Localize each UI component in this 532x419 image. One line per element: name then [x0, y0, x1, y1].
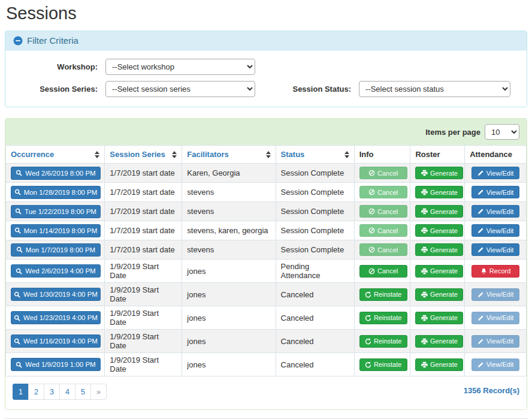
- facilitators-cell: stevens: [182, 240, 276, 260]
- table-row: Wed 2/6/2019 8:00 PM1/7/2019 start dateK…: [6, 164, 527, 183]
- print-icon: [421, 189, 428, 195]
- status-cell: Session Complete: [276, 202, 354, 221]
- occurrence-button[interactable]: Wed 1/23/2019 4:00 PM: [11, 311, 101, 324]
- collapse-minus-icon: [13, 36, 23, 46]
- view-edit-button[interactable]: View/Edit: [471, 186, 519, 198]
- search-icon: [14, 227, 21, 234]
- button-label: View/Edit: [486, 170, 514, 177]
- reinstate-button[interactable]: Reinstate: [359, 288, 407, 301]
- filter-row-series-status: Session Series: --Select session series …: [14, 81, 518, 97]
- generate-button[interactable]: Generate: [415, 186, 463, 198]
- occurrence-button[interactable]: Mon 1/14/2019 8:00 PM: [11, 224, 101, 237]
- occurrence-button[interactable]: Wed 2/6/2019 8:00 PM: [11, 167, 101, 180]
- status-cell: Session Complete: [276, 183, 354, 202]
- generate-button[interactable]: Generate: [415, 288, 463, 301]
- reinstate-button[interactable]: Reinstate: [359, 312, 407, 324]
- generate-button[interactable]: Generate: [415, 265, 463, 278]
- view-edit-button[interactable]: View/Edit: [471, 243, 519, 256]
- search-icon: [16, 170, 22, 176]
- column-header-occurrence[interactable]: Occurrence: [6, 146, 105, 164]
- page-2-button[interactable]: 2: [28, 384, 44, 400]
- roster-cell: Generate: [410, 353, 465, 376]
- ban-icon: [368, 189, 375, 195]
- column-header-session-series[interactable]: Session Series: [105, 146, 182, 164]
- record-button[interactable]: Record: [471, 265, 519, 278]
- occurrence-button[interactable]: Wed 2/6/2019 4:00 PM: [11, 264, 101, 278]
- roster-cell: Generate: [410, 202, 465, 221]
- occurrence-cell: Mon 1/7/2019 8:00 PM: [6, 240, 105, 260]
- session-series-cell: 1/9/2019 Start Date: [105, 330, 182, 353]
- page-5-button[interactable]: 5: [75, 384, 91, 400]
- page-1-button[interactable]: 1: [13, 384, 29, 400]
- facilitators-cell: Karen, Georgia: [182, 164, 276, 183]
- info-cell: Cancel: [354, 221, 410, 240]
- button-label: Reinstate: [374, 314, 401, 321]
- session-series-cell: 1/7/2019 start date: [105, 221, 182, 240]
- generate-button[interactable]: Generate: [415, 312, 463, 324]
- column-label: Status: [281, 150, 305, 159]
- cancel-button[interactable]: Cancel: [359, 265, 407, 278]
- column-header-status[interactable]: Status: [276, 146, 354, 164]
- occurrence-button[interactable]: Mon 1/28/2019 8:00 PM: [11, 186, 101, 199]
- view-edit-button[interactable]: View/Edit: [471, 167, 519, 179]
- button-label: Generate: [430, 208, 458, 215]
- occurrence-button[interactable]: Wed 1/16/2019 4:00 PM: [11, 334, 101, 348]
- workshop-select[interactable]: --Select workshop: [105, 59, 255, 75]
- facilitators-cell: jones: [182, 353, 276, 376]
- occurrence-label: Wed 1/23/2019 4:00 PM: [23, 314, 98, 321]
- occurrence-cell: Wed 1/9/2019 1:00 PM: [6, 353, 105, 376]
- button-label: Cancel: [377, 170, 398, 177]
- generate-button[interactable]: Generate: [415, 167, 463, 179]
- page: Sessions Filter Criteria Workshop: --Sel…: [0, 0, 532, 419]
- page-next-button[interactable]: »: [90, 384, 107, 400]
- undo-icon: [365, 291, 371, 298]
- occurrence-label: Wed 2/6/2019 4:00 PM: [25, 267, 95, 275]
- session-series-select[interactable]: --Select session series: [105, 81, 255, 97]
- facilitators-cell: stevens, karen, georgia: [182, 221, 276, 240]
- filter-criteria-label: Filter Criteria: [27, 35, 78, 46]
- info-cell: Reinstate: [354, 330, 410, 353]
- info-cell: Cancel: [354, 164, 410, 183]
- column-label: Roster: [415, 150, 440, 159]
- facilitators-cell: jones: [182, 283, 276, 306]
- view-edit-button[interactable]: View/Edit: [471, 205, 519, 218]
- attendance-cell: View/Edit: [465, 202, 527, 221]
- session-status-select[interactable]: --Select session status: [359, 81, 510, 97]
- view-edit-button[interactable]: View/Edit: [471, 224, 519, 237]
- page-4-button[interactable]: 4: [59, 384, 75, 400]
- facilitators-cell: jones: [182, 306, 276, 330]
- view-edit-button: View/Edit: [471, 288, 519, 301]
- occurrence-label: Tue 1/22/2019 8:00 PM: [25, 208, 96, 215]
- reinstate-button[interactable]: Reinstate: [359, 358, 407, 371]
- filter-body: Workshop: --Select workshop Session Seri…: [5, 50, 527, 107]
- generate-button[interactable]: Generate: [415, 243, 463, 256]
- session-series-cell: 1/7/2019 start date: [105, 240, 182, 260]
- occurrence-button[interactable]: Wed 1/30/2019 4:00 PM: [11, 288, 101, 301]
- table-row: Wed 1/23/2019 4:00 PM1/9/2019 Start Date…: [6, 306, 527, 330]
- items-per-page-select[interactable]: 10: [485, 124, 519, 140]
- button-label: Cancel: [377, 227, 398, 234]
- search-icon: [14, 189, 21, 195]
- generate-button[interactable]: Generate: [415, 205, 463, 218]
- occurrence-button[interactable]: Mon 1/7/2019 8:00 PM: [11, 243, 101, 257]
- occurrence-label: Mon 1/7/2019 8:00 PM: [26, 246, 95, 254]
- generate-button[interactable]: Generate: [415, 358, 463, 371]
- occurrence-label: Wed 1/30/2019 4:00 PM: [23, 291, 98, 298]
- sessions-table: OccurrenceSession SeriesFacilitatorsStat…: [5, 145, 527, 376]
- session-series-cell: 1/7/2019 start date: [105, 202, 182, 221]
- attendance-cell: View/Edit: [465, 183, 527, 202]
- generate-button[interactable]: Generate: [415, 224, 463, 237]
- button-label: Generate: [430, 227, 458, 234]
- filter-criteria-header[interactable]: Filter Criteria: [5, 31, 527, 50]
- reinstate-button[interactable]: Reinstate: [359, 335, 407, 348]
- column-label: Occurrence: [11, 150, 54, 159]
- generate-button[interactable]: Generate: [415, 335, 463, 348]
- info-cell: Reinstate: [354, 306, 410, 330]
- table-row: Wed 2/6/2019 4:00 PM1/9/2019 Start Datej…: [6, 260, 527, 283]
- column-header-facilitators[interactable]: Facilitators: [182, 146, 276, 164]
- page-3-button[interactable]: 3: [44, 384, 60, 400]
- status-cell: Pending Attendance: [276, 260, 354, 283]
- occurrence-cell: Wed 2/6/2019 8:00 PM: [6, 164, 105, 183]
- occurrence-button[interactable]: Wed 1/9/2019 1:00 PM: [11, 358, 101, 371]
- occurrence-button[interactable]: Tue 1/22/2019 8:00 PM: [11, 205, 101, 218]
